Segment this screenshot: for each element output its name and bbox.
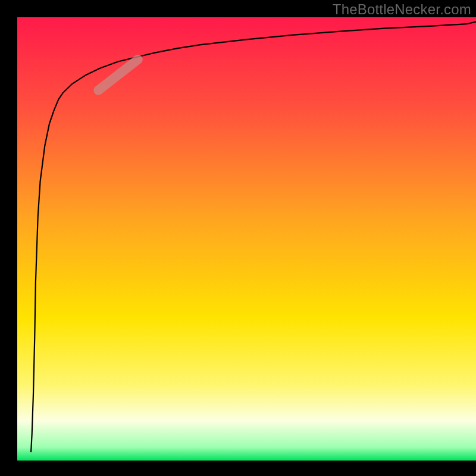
plot-background	[17, 17, 476, 461]
watermark-text: TheBottleNecker.com	[333, 1, 471, 18]
bottleneck-chart	[0, 0, 476, 476]
chart-container: TheBottleNecker.com	[0, 0, 476, 476]
